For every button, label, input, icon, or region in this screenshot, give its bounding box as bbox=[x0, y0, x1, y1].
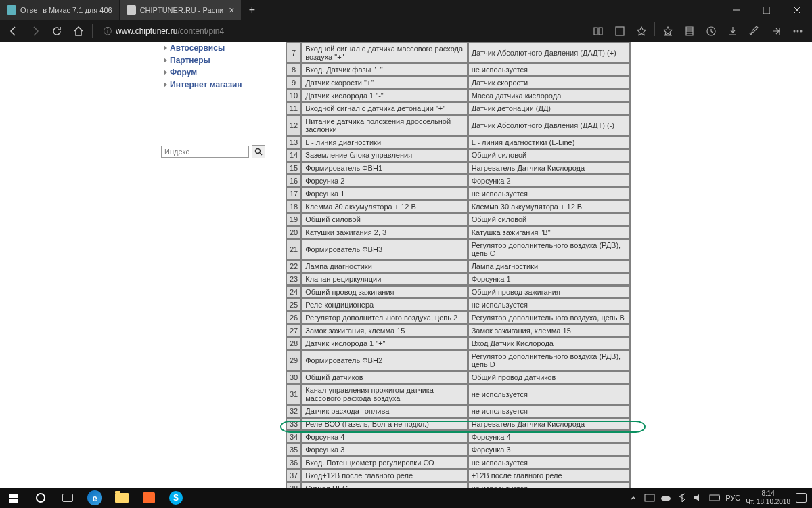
onedrive-icon[interactable] bbox=[660, 492, 671, 503]
favorite-icon[interactable] bbox=[633, 22, 650, 40]
share-icon[interactable] bbox=[767, 22, 785, 40]
minimize-button[interactable] bbox=[721, 0, 751, 20]
svg-point-6 bbox=[794, 30, 796, 33]
pin-destination: Общий провод зажигания bbox=[468, 286, 630, 298]
svg-rect-4 bbox=[616, 27, 624, 35]
forward-button[interactable] bbox=[27, 23, 43, 39]
sidebar-item-shop[interactable]: Интернет магазин bbox=[161, 79, 276, 91]
tab-mikas[interactable]: Ответ в Микас 7.1 для 406 bbox=[0, 0, 119, 20]
pin-signal: Вход. Датчик фазы "+" bbox=[302, 64, 467, 76]
cortana-button[interactable] bbox=[27, 488, 54, 508]
back-button[interactable] bbox=[5, 23, 22, 39]
pin-destination: Клемма 30 аккумулятора + 12 В bbox=[468, 200, 630, 213]
sidebar-item-forum[interactable]: Форум bbox=[161, 66, 276, 79]
pin-destination: Форсунка 4 bbox=[468, 431, 630, 443]
pin-number: 31 bbox=[286, 384, 301, 404]
skype-button[interactable]: S bbox=[162, 488, 189, 508]
explorer-button[interactable] bbox=[108, 488, 135, 508]
start-button[interactable] bbox=[0, 488, 27, 508]
pin-signal: Реле кондиционера bbox=[302, 299, 467, 311]
translate-icon[interactable] bbox=[611, 22, 629, 40]
pin-signal: Общий датчиков bbox=[302, 371, 467, 383]
reading-list-icon[interactable] bbox=[681, 22, 698, 40]
pin-number: 8 bbox=[286, 64, 301, 76]
clock-date: Чт. 18.10.2018 bbox=[746, 498, 790, 506]
home-button[interactable] bbox=[70, 23, 87, 39]
page-viewport[interactable]: Автосервисы Партнеры Форум Интернет мага… bbox=[0, 42, 812, 488]
pin-destination: Форсунка 1 bbox=[468, 273, 630, 285]
search-input[interactable] bbox=[161, 146, 249, 158]
pin-number: 7 bbox=[286, 43, 301, 63]
pin-signal: Входной сигнал с датчика массового расхо… bbox=[302, 43, 467, 63]
notes-icon[interactable] bbox=[746, 22, 763, 40]
notification-icon[interactable] bbox=[796, 492, 807, 503]
pin-signal: Формирователь ФВН1 bbox=[302, 162, 467, 174]
refresh-button[interactable] bbox=[49, 23, 65, 39]
svg-rect-13 bbox=[710, 495, 719, 501]
tab-label: CHIPTUNER.RU - Распи bbox=[140, 6, 224, 14]
svg-rect-14 bbox=[719, 496, 720, 499]
pin-number: 12 bbox=[286, 115, 301, 135]
sidebar-item-label: Партнеры bbox=[170, 56, 210, 65]
pin-number: 26 bbox=[286, 312, 301, 324]
pinout-table: 7Входной сигнал с датчика массового расх… bbox=[286, 42, 631, 488]
tab-chiptuner[interactable]: CHIPTUNER.RU - Распи × bbox=[120, 0, 242, 20]
pin-signal: Общий силовой bbox=[302, 213, 467, 226]
pin-destination: Датчик детонации (ДД) bbox=[468, 102, 630, 114]
pin-signal: Заземление блока управления bbox=[302, 149, 467, 161]
bluetooth-icon[interactable] bbox=[677, 492, 687, 503]
task-view-button[interactable] bbox=[54, 488, 81, 508]
table-row: 7Входной сигнал с датчика массового расх… bbox=[286, 43, 630, 63]
search-button[interactable] bbox=[252, 145, 265, 158]
pin-number: 14 bbox=[286, 149, 301, 161]
reading-view-icon[interactable] bbox=[589, 22, 607, 40]
close-window-button[interactable] bbox=[782, 0, 812, 20]
clock[interactable]: 8:14 Чт. 18.10.2018 bbox=[746, 490, 790, 506]
arrow-icon bbox=[164, 82, 167, 87]
info-icon[interactable]: ⓘ bbox=[104, 26, 112, 37]
arrow-icon bbox=[164, 58, 167, 63]
table-row: 14Заземление блока управленияОбщий силов… bbox=[286, 149, 630, 161]
pin-destination: Катушка зажигания "В" bbox=[468, 226, 630, 238]
hub-icon[interactable] bbox=[659, 22, 677, 40]
menu-icon[interactable] bbox=[789, 22, 807, 40]
task-view-icon bbox=[62, 494, 73, 502]
sidebar-item-autoservice[interactable]: Автосервисы bbox=[161, 42, 276, 54]
store-icon bbox=[143, 492, 155, 503]
store-button[interactable] bbox=[135, 488, 162, 508]
pin-number: 38 bbox=[286, 482, 301, 488]
table-row: 8Вход. Датчик фазы "+"не используется bbox=[286, 64, 630, 76]
table-row: 30Общий датчиковОбщий провод датчиков bbox=[286, 371, 630, 383]
pin-number: 24 bbox=[286, 286, 301, 298]
close-tab-icon[interactable]: × bbox=[229, 5, 234, 16]
table-row: 16Форсунка 2Форсунка 2 bbox=[286, 175, 630, 187]
battery-icon[interactable] bbox=[709, 492, 720, 503]
url-path: /content/pin4 bbox=[177, 26, 224, 36]
pin-signal: Форсунка 2 bbox=[302, 175, 467, 187]
keyboard-icon[interactable] bbox=[644, 492, 655, 503]
pin-destination: Форсунка 2 bbox=[468, 175, 630, 187]
skype-icon: S bbox=[169, 491, 183, 505]
pin-signal: Формирователь ФВН2 bbox=[302, 350, 467, 371]
pin-signal: Входной сигнал с датчика детонации "+" bbox=[302, 102, 467, 114]
sidebar-item-partners[interactable]: Партнеры bbox=[161, 54, 276, 66]
language-indicator[interactable]: РУС bbox=[725, 494, 740, 502]
table-row: 37Вход+12В после главного реле+12В после… bbox=[286, 469, 630, 482]
pin-destination: Замок зажигания, клемма 15 bbox=[468, 324, 630, 337]
url-host: www.chiptuner.ru bbox=[116, 26, 177, 36]
downloads-icon[interactable] bbox=[724, 22, 742, 40]
address-bar: ⓘ www.chiptuner.ru/content/pin4 bbox=[0, 20, 812, 42]
volume-icon[interactable] bbox=[693, 492, 704, 503]
tray-chevron-icon[interactable] bbox=[628, 492, 639, 503]
url-input[interactable]: ⓘ www.chiptuner.ru/content/pin4 bbox=[98, 26, 584, 37]
new-tab-button[interactable]: + bbox=[242, 0, 262, 20]
edge-button[interactable]: e bbox=[81, 488, 108, 508]
pin-destination: Регулятор дополнительного воздуха (РДВ),… bbox=[468, 350, 630, 371]
pin-signal: Форсунка 3 bbox=[302, 444, 467, 456]
system-tray: РУС 8:14 Чт. 18.10.2018 bbox=[623, 490, 812, 506]
history-icon[interactable] bbox=[702, 22, 720, 40]
svg-point-12 bbox=[661, 496, 671, 501]
table-row: 18Клемма 30 аккумулятора + 12 ВКлемма 30… bbox=[286, 200, 630, 213]
svg-point-7 bbox=[797, 30, 799, 33]
maximize-button[interactable] bbox=[751, 0, 782, 20]
